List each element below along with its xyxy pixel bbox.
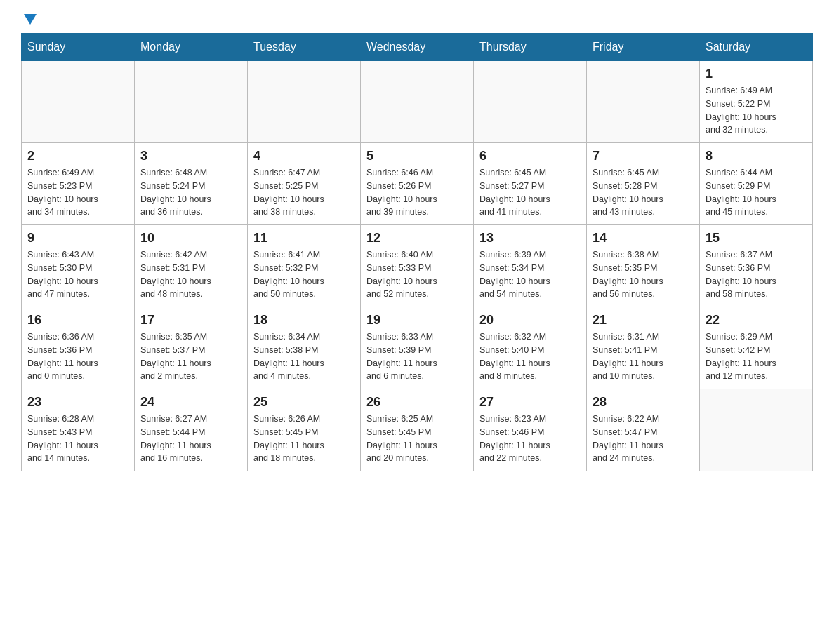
day-info: Sunrise: 6:35 AMSunset: 5:37 PMDaylight:… [140,330,241,383]
day-number: 5 [366,149,468,163]
day-number: 1 [706,67,807,81]
calendar-week-2: 2Sunrise: 6:49 AMSunset: 5:23 PMDaylight… [22,143,813,225]
day-number: 26 [366,395,468,410]
day-info: Sunrise: 6:45 AMSunset: 5:27 PMDaylight:… [479,166,581,219]
day-info: Sunrise: 6:39 AMSunset: 5:34 PMDaylight:… [479,248,581,301]
calendar-cell: 19Sunrise: 6:33 AMSunset: 5:39 PMDayligh… [361,307,474,389]
calendar-cell: 15Sunrise: 6:37 AMSunset: 5:36 PMDayligh… [700,225,813,307]
day-info: Sunrise: 6:34 AMSunset: 5:38 PMDaylight:… [253,330,355,383]
calendar-cell: 17Sunrise: 6:35 AMSunset: 5:37 PMDayligh… [135,307,248,389]
day-info: Sunrise: 6:42 AMSunset: 5:31 PMDaylight:… [140,248,241,301]
calendar-cell [361,61,474,143]
day-number: 25 [253,395,355,410]
day-info: Sunrise: 6:27 AMSunset: 5:44 PMDaylight:… [140,412,241,465]
calendar-cell: 3Sunrise: 6:48 AMSunset: 5:24 PMDaylight… [135,143,248,225]
day-number: 7 [593,149,694,163]
day-number: 21 [593,313,694,328]
calendar-cell: 6Sunrise: 6:45 AMSunset: 5:27 PMDaylight… [474,143,587,225]
day-headers-row: SundayMondayTuesdayWednesdayThursdayFrid… [22,34,813,61]
day-info: Sunrise: 6:41 AMSunset: 5:32 PMDaylight:… [253,248,355,301]
day-number: 28 [593,395,694,410]
day-number: 13 [479,231,581,246]
day-info: Sunrise: 6:32 AMSunset: 5:40 PMDaylight:… [479,330,581,383]
day-header-sunday: Sunday [22,34,135,61]
day-header-friday: Friday [587,34,700,61]
calendar-cell [587,61,700,143]
day-number: 3 [140,149,241,163]
day-info: Sunrise: 6:31 AMSunset: 5:41 PMDaylight:… [593,330,694,383]
day-info: Sunrise: 6:37 AMSunset: 5:36 PMDaylight:… [706,248,807,301]
day-header-thursday: Thursday [474,34,587,61]
day-info: Sunrise: 6:43 AMSunset: 5:30 PMDaylight:… [27,248,128,301]
calendar-cell: 11Sunrise: 6:41 AMSunset: 5:32 PMDayligh… [248,225,361,307]
day-info: Sunrise: 6:23 AMSunset: 5:46 PMDaylight:… [479,412,581,465]
day-number: 8 [706,149,807,163]
calendar-cell [248,61,361,143]
day-info: Sunrise: 6:49 AMSunset: 5:23 PMDaylight:… [27,166,128,219]
calendar-cell: 27Sunrise: 6:23 AMSunset: 5:46 PMDayligh… [474,389,587,471]
day-header-wednesday: Wednesday [361,34,474,61]
day-number: 2 [27,149,128,163]
day-info: Sunrise: 6:45 AMSunset: 5:28 PMDaylight:… [593,166,694,219]
calendar-week-5: 23Sunrise: 6:28 AMSunset: 5:43 PMDayligh… [22,389,813,471]
calendar-week-4: 16Sunrise: 6:36 AMSunset: 5:36 PMDayligh… [22,307,813,389]
day-info: Sunrise: 6:36 AMSunset: 5:36 PMDaylight:… [27,330,128,383]
day-info: Sunrise: 6:46 AMSunset: 5:26 PMDaylight:… [366,166,468,219]
day-number: 24 [140,395,241,410]
day-number: 12 [366,231,468,246]
day-info: Sunrise: 6:48 AMSunset: 5:24 PMDaylight:… [140,166,241,219]
day-info: Sunrise: 6:38 AMSunset: 5:35 PMDaylight:… [593,248,694,301]
calendar-header: SundayMondayTuesdayWednesdayThursdayFrid… [22,34,813,61]
logo [21,14,37,26]
calendar-cell [474,61,587,143]
calendar-cell: 5Sunrise: 6:46 AMSunset: 5:26 PMDaylight… [361,143,474,225]
day-header-saturday: Saturday [700,34,813,61]
day-number: 15 [706,231,807,246]
day-number: 18 [253,313,355,328]
day-info: Sunrise: 6:22 AMSunset: 5:47 PMDaylight:… [593,412,694,465]
day-info: Sunrise: 6:25 AMSunset: 5:45 PMDaylight:… [366,412,468,465]
calendar-cell: 16Sunrise: 6:36 AMSunset: 5:36 PMDayligh… [22,307,135,389]
calendar-week-1: 1Sunrise: 6:49 AMSunset: 5:22 PMDaylight… [22,61,813,143]
page-header [21,14,813,26]
calendar-cell: 9Sunrise: 6:43 AMSunset: 5:30 PMDaylight… [22,225,135,307]
day-number: 14 [593,231,694,246]
day-header-monday: Monday [135,34,248,61]
calendar-cell: 10Sunrise: 6:42 AMSunset: 5:31 PMDayligh… [135,225,248,307]
day-info: Sunrise: 6:44 AMSunset: 5:29 PMDaylight:… [706,166,807,219]
day-info: Sunrise: 6:47 AMSunset: 5:25 PMDaylight:… [253,166,355,219]
day-number: 4 [253,149,355,163]
day-number: 16 [27,313,128,328]
calendar-cell: 12Sunrise: 6:40 AMSunset: 5:33 PMDayligh… [361,225,474,307]
calendar-cell: 20Sunrise: 6:32 AMSunset: 5:40 PMDayligh… [474,307,587,389]
day-info: Sunrise: 6:33 AMSunset: 5:39 PMDaylight:… [366,330,468,383]
day-number: 11 [253,231,355,246]
day-number: 17 [140,313,241,328]
calendar-week-3: 9Sunrise: 6:43 AMSunset: 5:30 PMDaylight… [22,225,813,307]
calendar-cell: 18Sunrise: 6:34 AMSunset: 5:38 PMDayligh… [248,307,361,389]
day-info: Sunrise: 6:49 AMSunset: 5:22 PMDaylight:… [706,84,807,137]
day-number: 27 [479,395,581,410]
day-info: Sunrise: 6:29 AMSunset: 5:42 PMDaylight:… [706,330,807,383]
calendar-cell: 1Sunrise: 6:49 AMSunset: 5:22 PMDaylight… [700,61,813,143]
day-number: 20 [479,313,581,328]
calendar-table: SundayMondayTuesdayWednesdayThursdayFrid… [21,33,813,471]
calendar-cell: 7Sunrise: 6:45 AMSunset: 5:28 PMDaylight… [587,143,700,225]
day-number: 22 [706,313,807,328]
day-number: 9 [27,231,128,246]
day-number: 19 [366,313,468,328]
calendar-cell [135,61,248,143]
calendar-cell: 8Sunrise: 6:44 AMSunset: 5:29 PMDaylight… [700,143,813,225]
calendar-cell: 22Sunrise: 6:29 AMSunset: 5:42 PMDayligh… [700,307,813,389]
logo-arrow-icon [24,14,37,25]
day-number: 6 [479,149,581,163]
calendar-cell: 28Sunrise: 6:22 AMSunset: 5:47 PMDayligh… [587,389,700,471]
day-number: 10 [140,231,241,246]
calendar-cell: 14Sunrise: 6:38 AMSunset: 5:35 PMDayligh… [587,225,700,307]
day-info: Sunrise: 6:28 AMSunset: 5:43 PMDaylight:… [27,412,128,465]
calendar-body: 1Sunrise: 6:49 AMSunset: 5:22 PMDaylight… [22,61,813,471]
calendar-cell: 24Sunrise: 6:27 AMSunset: 5:44 PMDayligh… [135,389,248,471]
calendar-cell [22,61,135,143]
day-info: Sunrise: 6:40 AMSunset: 5:33 PMDaylight:… [366,248,468,301]
calendar-cell: 13Sunrise: 6:39 AMSunset: 5:34 PMDayligh… [474,225,587,307]
